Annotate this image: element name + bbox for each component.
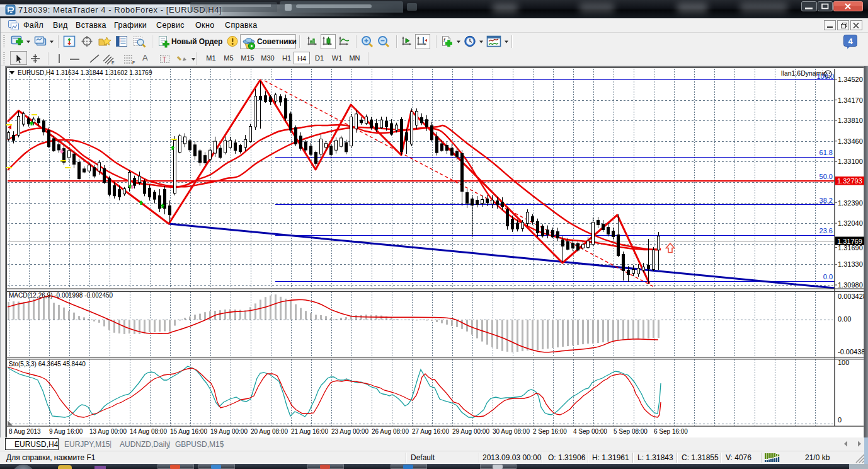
svg-text:1.33460: 1.33460: [838, 137, 863, 145]
svg-text:2 Sep 16:00: 2 Sep 16:00: [533, 428, 567, 435]
svg-text:4: 4: [848, 37, 853, 46]
svg-text:F: F: [132, 61, 135, 65]
svg-text:T: T: [163, 56, 166, 63]
svg-text:0.0: 0.0: [823, 273, 833, 281]
svg-text:1.32390: 1.32390: [838, 199, 863, 207]
svg-text:27 Aug 16:00: 27 Aug 16:00: [412, 428, 449, 435]
svg-text:30 Aug 08:00: 30 Aug 08:00: [493, 428, 530, 435]
svg-text:1.32793: 1.32793: [837, 177, 862, 185]
svg-text:29 Aug 00:00: 29 Aug 00:00: [452, 428, 489, 435]
svg-text:50.0: 50.0: [819, 173, 833, 180]
svg-text:-0.004387: -0.004387: [838, 348, 864, 356]
svg-text:23.6: 23.6: [819, 227, 833, 234]
svg-text:1.31330: 1.31330: [838, 260, 863, 268]
svg-text:100.0: 100.0: [816, 72, 834, 80]
svg-text:1.33100: 1.33100: [838, 158, 863, 165]
svg-text:26 Aug 08:00: 26 Aug 08:00: [372, 428, 409, 435]
svg-text:4 Sep 00:00: 4 Sep 00:00: [573, 428, 607, 435]
svg-text:1.34170: 1.34170: [838, 96, 863, 104]
svg-text:1.32040: 1.32040: [838, 219, 863, 227]
svg-text:13 Aug 00:00: 13 Aug 00:00: [89, 428, 127, 435]
svg-text:14 Aug 08:00: 14 Aug 08:00: [130, 428, 167, 435]
svg-text:8 Aug 2013: 8 Aug 2013: [9, 428, 41, 435]
svg-text:9 Aug 16:00: 9 Aug 16:00: [49, 428, 83, 435]
svg-text:61.8: 61.8: [819, 149, 833, 156]
svg-text:38.2: 38.2: [819, 197, 833, 204]
svg-text:1.31769: 1.31769: [837, 238, 862, 245]
svg-text:1.33810: 1.33810: [838, 117, 863, 124]
svg-text:E: E: [111, 61, 115, 65]
svg-text:MACD(12,26,9) -0.001998 -0.002: MACD(12,26,9) -0.001998 -0.002450: [9, 292, 113, 299]
svg-text:0.00: 0.00: [838, 315, 851, 323]
svg-text:19 Aug 00:00: 19 Aug 00:00: [210, 428, 248, 435]
svg-text:Sto(5,3,3) 64.3645 45.8440: Sto(5,3,3) 64.3645 45.8440: [9, 361, 86, 368]
svg-text:23 Aug 00:00: 23 Aug 00:00: [331, 428, 368, 435]
svg-text:0.003428: 0.003428: [838, 292, 864, 300]
svg-text:1.30980: 1.30980: [838, 281, 863, 289]
svg-text:EURUSD,H4 1.31634 1.31844 1.3: EURUSD,H4 1.31634 1.31844 1.31602 1.3176…: [18, 69, 152, 76]
svg-text:6 Sep 16:00: 6 Sep 16:00: [654, 428, 688, 435]
svg-text:5 Sep 08:00: 5 Sep 08:00: [614, 428, 648, 435]
svg-text:0: 0: [838, 416, 842, 424]
svg-text:1.34520: 1.34520: [838, 76, 863, 83]
svg-text:20 Aug 08:00: 20 Aug 08:00: [251, 428, 288, 435]
svg-text:100: 100: [838, 359, 849, 366]
svg-text:15 Aug 16:00: 15 Aug 16:00: [170, 428, 207, 435]
svg-text:21 Aug 16:00: 21 Aug 16:00: [291, 428, 328, 435]
